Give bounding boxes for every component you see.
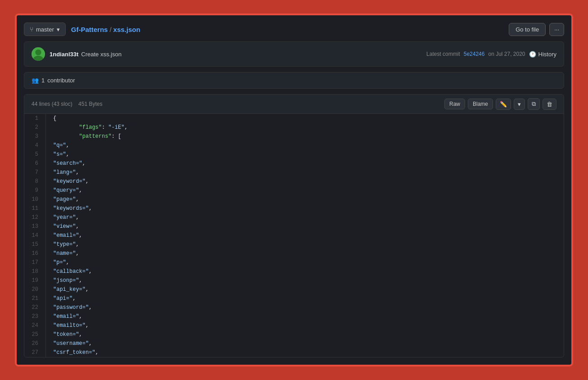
line-number: 9 [24,186,46,195]
top-bar-right: Go to file ··· [509,23,564,36]
line-number: 11 [24,204,46,213]
line-code: "api=", [46,294,564,303]
table-row: 3 "patterns": [ [24,132,564,141]
table-row: 9"query=", [24,186,564,195]
line-number: 1 [24,114,46,123]
line-number: 14 [24,231,46,240]
line-number: 5 [24,150,46,159]
line-code: "q=", [46,141,564,150]
line-code: "token=", [46,330,564,339]
line-code: "api_key=", [46,285,564,294]
history-button[interactable]: 🕐 History [529,51,556,58]
go-to-file-button[interactable]: Go to file [509,23,546,36]
line-number: 6 [24,159,46,168]
line-code: "flags": "-iE", [46,123,564,132]
delete-icon[interactable]: 🗑 [543,99,556,110]
code-meta: 44 lines (43 sloc) 451 Bytes [32,101,102,107]
more-options-button[interactable]: ··· [549,23,564,36]
line-number: 7 [24,168,46,177]
table-row: 8"keyword=", [24,177,564,186]
table-row: 17"p=", [24,258,564,267]
line-number: 23 [24,312,46,321]
line-code: "password=", [46,303,564,312]
line-code: "csrf_token=", [46,348,564,357]
top-bar-left: ⑂ master ▾ Gf-Patterns / xss.json [24,23,140,36]
line-code: "s=", [46,150,564,159]
code-body: 1{2 "flags": "-iE",3 "patterns": [4"q=",… [24,114,564,357]
line-number: 4 [24,141,46,150]
table-row: 1{ [24,114,564,123]
table-row: 5"s=", [24,150,564,159]
table-row: 15"type=", [24,240,564,249]
commit-bar-right: Latest commit 5e24246 on Jul 27, 2020 🕐 … [426,51,556,58]
line-number: 10 [24,195,46,204]
svg-point-1 [35,50,41,55]
commit-hash[interactable]: 5e24246 [464,51,485,57]
branch-icon: ⑂ [30,26,33,33]
table-row: 24"emailto=", [24,321,564,330]
table-row: 18"callback=", [24,267,564,276]
commit-author[interactable]: 1ndianl33t [50,51,78,58]
line-code: "patterns": [ [46,132,564,141]
commit-bar-left: 1ndianl33t Create xss.json [32,47,122,61]
file-name-link[interactable]: xss.json [113,26,140,33]
line-code: "page=", [46,195,564,204]
line-code: "query=", [46,186,564,195]
code-lines-info: 44 lines (43 sloc) [32,101,72,107]
table-row: 25"token=", [24,330,564,339]
line-number: 27 [24,348,46,357]
line-code: "keywords=", [46,204,564,213]
blame-button[interactable]: Blame [468,99,493,109]
table-row: 4"q=", [24,141,564,150]
line-code: "p=", [46,258,564,267]
edit-dropdown-icon[interactable]: ▾ [514,99,525,110]
line-code: "jsonp=", [46,276,564,285]
branch-selector[interactable]: ⑂ master ▾ [24,23,66,36]
table-row: 22"password=", [24,303,564,312]
repo-name-link[interactable]: Gf-Patterns [71,26,108,33]
contributors-count: 1 [41,77,45,84]
code-size-info: 451 Bytes [78,101,102,107]
line-number: 16 [24,249,46,258]
copy-icon[interactable]: ⧉ [528,98,540,110]
raw-button[interactable]: Raw [444,99,465,109]
table-row: 21"api=", [24,294,564,303]
line-code: "email=", [46,312,564,321]
line-number: 12 [24,213,46,222]
line-code: "type=", [46,240,564,249]
table-row: 20"api_key=", [24,285,564,294]
table-row: 16"name=", [24,249,564,258]
line-number: 24 [24,321,46,330]
commit-bar: 1ndianl33t Create xss.json Latest commit… [24,41,564,67]
breadcrumb-separator: / [109,26,111,33]
line-code: "lang=", [46,168,564,177]
line-number: 19 [24,276,46,285]
table-row: 23"email=", [24,312,564,321]
line-code: "search=", [46,159,564,168]
line-code: "callback=", [46,267,564,276]
history-icon: 🕐 [529,51,536,58]
commit-info: 1ndianl33t Create xss.json [50,51,122,58]
table-row: 10"page=", [24,195,564,204]
line-number: 20 [24,285,46,294]
branch-label: master [36,26,54,33]
line-code: "username=", [46,339,564,348]
table-row: 11"keywords=", [24,204,564,213]
line-code: "name=", [46,249,564,258]
top-bar: ⑂ master ▾ Gf-Patterns / xss.json Go to … [24,23,564,36]
line-number: 26 [24,339,46,348]
commit-date: on Jul 27, 2020 [488,51,525,57]
line-number: 22 [24,303,46,312]
line-code: "keyword=", [46,177,564,186]
line-number: 18 [24,267,46,276]
table-row: 19"jsonp=", [24,276,564,285]
edit-icon[interactable]: ✏️ [496,99,511,110]
table-row: 2 "flags": "-iE", [24,123,564,132]
main-container: ⑂ master ▾ Gf-Patterns / xss.json Go to … [15,14,573,366]
line-number: 15 [24,240,46,249]
line-number: 8 [24,177,46,186]
history-label: History [538,51,556,58]
table-row: 13"view=", [24,222,564,231]
table-row: 12"year=", [24,213,564,222]
table-row: 26"username=", [24,339,564,348]
